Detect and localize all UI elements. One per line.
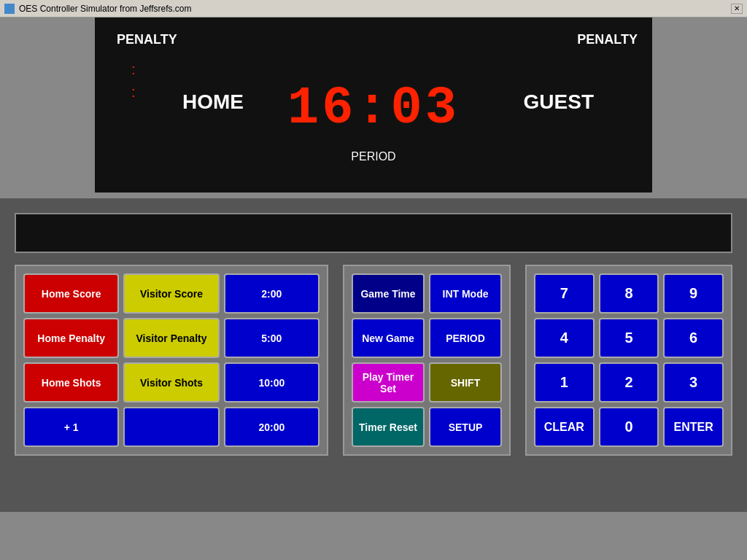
time-5-button[interactable]: 5:00	[224, 318, 320, 358]
scoreboard: PENALTY PENALTY : : 16:03 HOME GUEST PER…	[95, 18, 652, 192]
num-8-button[interactable]: 8	[599, 273, 659, 314]
new-game-button[interactable]: New Game	[352, 318, 425, 358]
num-0-button[interactable]: 0	[599, 407, 659, 447]
plus1-button[interactable]: + 1	[23, 407, 119, 447]
time-20-button[interactable]: 20:00	[224, 407, 320, 447]
penalty-dot-2: :	[131, 84, 136, 101]
title-text: OES Controller Simulator from Jeffsrefs.…	[19, 4, 192, 14]
right-panel: 7 8 9 4 5 6 1 2 3 CLEAR 0 ENTER	[525, 265, 732, 456]
int-mode-button[interactable]: INT Mode	[429, 273, 502, 314]
num-3-button[interactable]: 3	[663, 362, 724, 402]
left-panel: Home Score Visitor Score 2:00 Home Penal…	[15, 265, 328, 456]
penalty-dot-1: :	[131, 61, 136, 78]
play-timer-set-button[interactable]: Play Timer Set	[352, 362, 425, 402]
penalty-right-label: PENALTY	[577, 32, 638, 47]
buttons-area: Home Score Visitor Score 2:00 Home Penal…	[15, 265, 732, 456]
guest-team-label: GUEST	[524, 90, 594, 114]
close-button[interactable]: ✕	[731, 4, 743, 14]
num-4-button[interactable]: 4	[534, 318, 595, 358]
home-score-button[interactable]: Home Score	[23, 273, 119, 314]
timer-reset-button[interactable]: Timer Reset	[352, 407, 425, 447]
empty-button[interactable]	[123, 407, 219, 447]
penalty-left-label: PENALTY	[117, 32, 177, 47]
visitor-shots-button[interactable]: Visitor Shots	[123, 362, 219, 402]
visitor-score-button[interactable]: Visitor Score	[123, 273, 219, 314]
control-panel: Home Score Visitor Score 2:00 Home Penal…	[0, 198, 747, 512]
shift-button[interactable]: SHIFT	[429, 362, 502, 402]
clear-button[interactable]: CLEAR	[534, 407, 595, 447]
game-time-button[interactable]: Game Time	[352, 273, 425, 314]
time-2-button[interactable]: 2:00	[224, 273, 320, 314]
home-team-label: HOME	[182, 90, 244, 114]
num-9-button[interactable]: 9	[663, 273, 724, 314]
game-clock: 16:03	[287, 79, 460, 139]
num-6-button[interactable]: 6	[663, 318, 724, 358]
num-5-button[interactable]: 5	[599, 318, 659, 358]
time-10-button[interactable]: 10:00	[224, 362, 320, 402]
enter-button[interactable]: ENTER	[663, 407, 724, 447]
penalty-dots-left: : :	[131, 61, 136, 101]
period-label: PERIOD	[351, 150, 395, 163]
num-1-button[interactable]: 1	[534, 362, 595, 402]
visitor-penalty-button[interactable]: Visitor Penalty	[123, 318, 219, 358]
setup-button[interactable]: SETUP	[429, 407, 502, 447]
title-bar: OES Controller Simulator from Jeffsrefs.…	[0, 0, 747, 18]
app-icon	[4, 4, 15, 14]
num-7-button[interactable]: 7	[534, 273, 595, 314]
middle-panel: Game Time INT Mode New Game PERIOD Play …	[343, 265, 511, 456]
home-shots-button[interactable]: Home Shots	[23, 362, 119, 402]
home-penalty-button[interactable]: Home Penalty	[23, 318, 119, 358]
num-2-button[interactable]: 2	[599, 362, 659, 402]
display-strip	[15, 213, 732, 253]
period-button[interactable]: PERIOD	[429, 318, 502, 358]
